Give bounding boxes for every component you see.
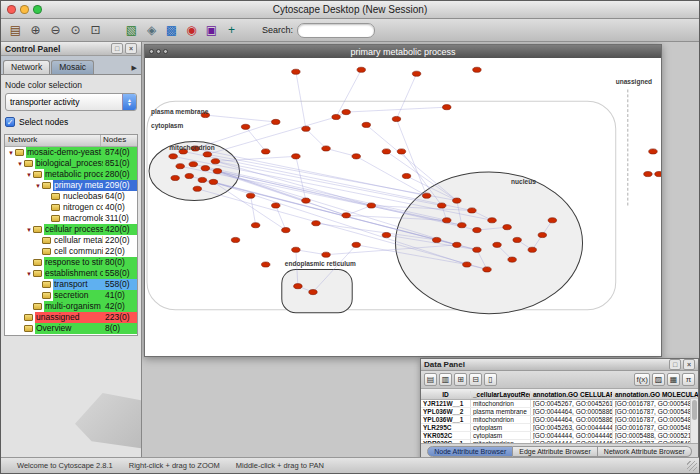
network-edge[interactable]: [356, 156, 426, 195]
network-edge[interactable]: [396, 119, 426, 196]
network-node[interactable]: [302, 126, 310, 131]
network-node[interactable]: [189, 162, 197, 167]
search-input[interactable]: [297, 23, 375, 38]
table-row[interactable]: YPL036W__2plasma membrane[GO:0044464, GO…: [421, 408, 698, 416]
network-node[interactable]: [503, 225, 511, 230]
network-node[interactable]: [209, 179, 217, 184]
network-node[interactable]: [412, 71, 420, 76]
pi-icon[interactable]: π: [682, 373, 695, 386]
tree-row[interactable]: ▼cellular process420(0): [5, 224, 137, 235]
column-header[interactable]: ID: [421, 391, 471, 398]
network-node[interactable]: [193, 186, 201, 191]
network-node[interactable]: [528, 247, 536, 252]
close-panel-icon[interactable]: ×: [125, 43, 137, 54]
network-window-titlebar[interactable]: primary metabolic process: [145, 45, 661, 58]
network-node[interactable]: [198, 177, 206, 182]
table-row[interactable]: YDR039C__1mitochondrion[GO:0044444, GO:0…: [421, 440, 698, 444]
expanded-arrow-icon[interactable]: ▼: [34, 183, 42, 189]
network-node[interactable]: [453, 242, 461, 247]
import-attributes-icon[interactable]: ▨: [652, 373, 665, 386]
network-node[interactable]: [362, 122, 370, 127]
tree-column-nodes[interactable]: Nodes: [101, 135, 137, 146]
tree-row[interactable]: macromolecule...311(0): [5, 213, 137, 224]
network-node[interactable]: [171, 175, 179, 180]
zoom-out-icon[interactable]: ⊖: [47, 22, 64, 39]
table-row[interactable]: YKR052Ccytoplasm[GO:0044444, GO:0044446,…: [421, 432, 698, 440]
network-node[interactable]: [473, 228, 481, 233]
tree-row[interactable]: ▼mosaic-demo-yeast874(0): [5, 147, 137, 158]
expanded-arrow-icon[interactable]: ▼: [7, 150, 15, 156]
float-panel-icon[interactable]: □: [111, 43, 123, 54]
function-builder-icon[interactable]: f(x): [634, 373, 650, 386]
network-edge[interactable]: [296, 72, 306, 129]
network-edge[interactable]: [396, 74, 416, 119]
network-node[interactable]: [231, 237, 239, 242]
network-node[interactable]: [272, 119, 280, 124]
expanded-arrow-icon[interactable]: ▼: [25, 271, 33, 277]
network-node[interactable]: [483, 267, 491, 272]
tree-row[interactable]: ▼metabolic process280(0): [5, 169, 137, 180]
hide-selected-icon[interactable]: ▧: [123, 22, 140, 39]
delete-attribute-icon[interactable]: ⊟: [469, 373, 482, 386]
expanded-arrow-icon[interactable]: ▼: [16, 161, 24, 167]
trash-icon[interactable]: ▯: [484, 373, 497, 386]
network-edge[interactable]: [346, 107, 447, 112]
tree-column-network[interactable]: Network: [5, 135, 101, 146]
tree-row[interactable]: multi-organism pr...42(0): [5, 301, 137, 312]
network-node[interactable]: [649, 149, 657, 154]
new-attribute-icon[interactable]: ⊞: [454, 373, 467, 386]
plugins-icon[interactable]: +: [223, 22, 240, 39]
minimize-button[interactable]: [20, 5, 29, 14]
network-node[interactable]: [463, 262, 471, 267]
float-panel-icon[interactable]: □: [669, 359, 681, 370]
network-node[interactable]: [272, 203, 280, 208]
network-node[interactable]: [309, 290, 317, 295]
network-node[interactable]: [367, 203, 375, 208]
inner-zoom-icon[interactable]: [163, 49, 168, 54]
inner-minimize-icon[interactable]: [156, 49, 161, 54]
tab-scroll-right-icon[interactable]: ▶: [132, 64, 139, 74]
network-node[interactable]: [538, 232, 546, 237]
column-header[interactable]: annotation.GO CELLULAR_COMPONENT: [531, 391, 613, 398]
network-node[interactable]: [185, 173, 193, 178]
network-node[interactable]: [382, 232, 390, 237]
expanded-arrow-icon[interactable]: ▼: [25, 227, 33, 233]
network-node[interactable]: [292, 247, 300, 252]
network-node[interactable]: [213, 169, 221, 174]
network-node[interactable]: [655, 171, 661, 176]
tree-row[interactable]: ▼biological_process851(0): [5, 158, 137, 169]
network-edge[interactable]: [306, 129, 326, 149]
export-attributes-icon[interactable]: ▦: [667, 373, 680, 386]
tree-row[interactable]: cell communica...22(0): [5, 246, 137, 257]
node-color-combobox[interactable]: transporter activity ▲ ▼: [5, 93, 137, 111]
open-session-icon[interactable]: ▤: [7, 22, 24, 39]
network-node[interactable]: [443, 105, 451, 110]
network-node[interactable]: [548, 218, 556, 223]
tab-network-attribute-browser[interactable]: Network Attribute Browser: [598, 446, 692, 457]
tab-network[interactable]: Network: [3, 60, 50, 74]
expanded-arrow-icon[interactable]: ▼: [25, 172, 33, 178]
table-row[interactable]: YPL036W__1mitochondrion[GO:0044464, GO:0…: [421, 416, 698, 424]
network-edge[interactable]: [296, 250, 326, 255]
network-node[interactable]: [382, 149, 390, 154]
tree-row[interactable]: nucleobase...64(0): [5, 191, 137, 202]
table-row[interactable]: YJR121W__1mitochondrion[GO:0045267, GO:0…: [421, 400, 698, 408]
network-node[interactable]: [513, 237, 521, 242]
tab-edge-attribute-browser[interactable]: Edge Attribute Browser: [513, 446, 598, 457]
network-node[interactable]: [261, 149, 269, 154]
network-edge[interactable]: [326, 148, 356, 156]
network-node[interactable]: [402, 173, 410, 178]
network-node[interactable]: [261, 262, 269, 267]
network-node[interactable]: [352, 154, 360, 159]
tree-row[interactable]: secretion41(0): [5, 290, 137, 301]
network-node[interactable]: [201, 166, 209, 171]
vizmapper-icon[interactable]: ◉: [183, 22, 200, 39]
zoom-selected-icon[interactable]: ⊙: [67, 22, 84, 39]
tree-row[interactable]: response to stimu...80(0): [5, 257, 137, 268]
network-node[interactable]: [246, 193, 254, 198]
network-node[interactable]: [176, 164, 184, 169]
network-edge[interactable]: [251, 196, 256, 226]
zoom-button[interactable]: [33, 5, 42, 14]
network-node[interactable]: [302, 198, 310, 203]
zoom-in-icon[interactable]: ⊕: [27, 22, 44, 39]
